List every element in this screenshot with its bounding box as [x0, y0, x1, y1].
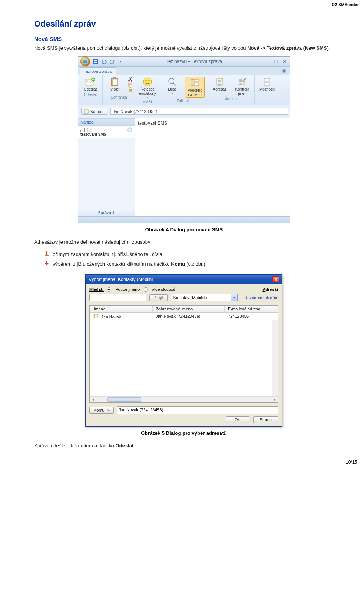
message-compose-pane: testovani SMS — [135, 118, 290, 216]
row-email: 724123456 — [225, 313, 278, 320]
preview-pane-label: Podokno náhledu — [186, 88, 204, 97]
envelope-send-icon — [85, 77, 96, 87]
scroll-left-icon[interactable]: ◄ — [90, 398, 96, 401]
radio-only-name-label: Pouze jméno — [115, 287, 140, 292]
chevron-down-icon: ▾ — [231, 294, 237, 301]
address-book-value: Kontakty (Mobilní) — [173, 295, 207, 300]
cancel-button[interactable]: Storno — [253, 416, 278, 423]
emoticon-button[interactable]: Řetězec emotikony ▾ — [138, 77, 157, 99]
send-button[interactable]: Odeslat — [80, 77, 100, 91]
col-display[interactable]: Zobrazované jméno — [153, 306, 225, 312]
scroll-right-icon[interactable]: ► — [272, 398, 278, 401]
message-body-text: testovani SMS — [138, 121, 167, 126]
zoom-button[interactable]: Lupa ▾ — [162, 77, 182, 95]
row-display: Jan Novak (724123456) — [153, 313, 225, 320]
svg-rect-38 — [46, 251, 47, 254]
intro-pre: Nová SMS je vytvářena pomocí dialogu (vi… — [34, 45, 247, 51]
bullet-item-2: výběrem z již uložených kontaktů kliknut… — [45, 260, 334, 268]
ribbon-group-schranka: Vložit Schránka — [103, 75, 135, 105]
fig4-window: ▾ Bez názvu – Textová zpráva – □ ✕ Texto… — [78, 56, 290, 223]
dialog-title: Vybrat jména: Kontakty (Mobilní) — [89, 277, 155, 282]
bullet-2-text: výběrem z již uložených kontaktů kliknut… — [53, 260, 205, 268]
magnifier-icon — [166, 77, 178, 87]
contacts-listbox: Jméno Zobrazované jméno E-mailová adresa… — [89, 305, 278, 403]
format-painter-icon[interactable] — [128, 89, 133, 94]
list-empty-area — [90, 320, 278, 396]
emoticon-label: Řetězec emotikony — [138, 87, 157, 96]
bullet-2-post: (viz obr.) — [185, 261, 205, 267]
section-title: Odesílání zpráv — [34, 19, 334, 29]
zprava-tab[interactable]: Zpráva 1 — [78, 209, 135, 216]
final-pre: Zprávu odešlete kliknutím na tlačítko — [34, 443, 116, 448]
radio-more-columns[interactable] — [144, 287, 148, 292]
bullet-item-1: přímým zadáním kontaktu, tj. příslušného… — [45, 250, 334, 259]
bullet-list: přímým zadáním kontaktu, tj. příslušného… — [45, 250, 334, 268]
undo-icon[interactable] — [101, 58, 107, 64]
dialog-close-icon[interactable]: ✕ — [272, 276, 279, 282]
address-book-button[interactable]: Adresář — [210, 77, 229, 91]
fig5-caption: Obrázek 5 Dialog pro výběr adresátů — [34, 430, 334, 436]
bullet-2-bold: Komu — [171, 261, 185, 267]
svg-point-16 — [149, 80, 150, 81]
ribbon-tab[interactable]: Textová zpráva — [80, 67, 116, 75]
preview-pane-button[interactable]: Podokno náhledu — [185, 77, 205, 98]
check-names-button[interactable]: Kontrola jmen — [232, 77, 252, 96]
horizontal-scrollbar[interactable]: ◄ ► — [90, 396, 278, 402]
status-bar — [78, 216, 290, 223]
komu-value-input[interactable]: Jan Novak (724123456) — [117, 406, 278, 414]
svg-rect-13 — [130, 91, 130, 93]
send-label: Odeslat — [84, 87, 97, 91]
envelope-small-icon — [87, 128, 92, 132]
svg-rect-7 — [113, 77, 116, 79]
redo-icon[interactable] — [109, 58, 115, 64]
message-item-title: testovani SMS — [80, 132, 132, 136]
save-icon[interactable] — [93, 58, 99, 64]
svg-point-15 — [146, 80, 147, 81]
close-icon[interactable]: ✕ — [282, 58, 287, 64]
col-email[interactable]: E-mailová adresa — [225, 306, 278, 312]
page-number: 10/15 — [346, 459, 357, 465]
radio-only-name[interactable] — [107, 287, 111, 292]
help-icon[interactable]: ◉ — [282, 68, 288, 75]
advanced-search-link[interactable]: Rozšířené hledání — [245, 295, 278, 300]
radio-more-columns-label: Více sloupců — [152, 287, 176, 292]
signal-icon — [80, 128, 85, 132]
col-name[interactable]: Jméno — [90, 306, 153, 312]
minimize-icon[interactable]: – — [264, 58, 269, 64]
clipboard-icon — [109, 77, 121, 87]
dialog-titlebar: Vybrat jména: Kontakty (Mobilní) ✕ — [86, 275, 282, 284]
go-button[interactable]: Přejít — [149, 294, 168, 301]
svg-rect-1 — [94, 60, 97, 61]
svg-line-18 — [173, 83, 176, 85]
search-input[interactable] — [89, 294, 146, 301]
attachment-icon: 🕓 — [127, 127, 132, 132]
paste-button[interactable]: Vložit — [105, 77, 125, 91]
to-button[interactable]: Komu... — [81, 108, 107, 115]
message-list-item[interactable]: 🕓 testovani SMS — [78, 126, 135, 138]
office-orb-icon[interactable] — [80, 56, 90, 66]
ok-button[interactable]: OK — [226, 416, 249, 423]
svg-point-25 — [239, 79, 242, 82]
komu-button[interactable]: Komu -> — [89, 407, 114, 414]
svg-rect-42 — [93, 314, 98, 318]
cut-icon[interactable] — [128, 77, 133, 82]
recipient-bar: Komu... Jan Novak (724123456) — [78, 105, 290, 118]
address-book-combo[interactable]: Kontakty (Mobilní) ▾ — [171, 294, 238, 301]
fig5-dialog: Vybrat jména: Kontakty (Mobilní) ✕ Hleda… — [85, 274, 282, 427]
address-book-label: Adresář — [213, 87, 226, 91]
recipient-input[interactable]: Jan Novak (724123456) — [110, 108, 288, 115]
clipboard-small-buttons — [128, 77, 133, 94]
list-row[interactable]: Jan Novak Jan Novak (724123456) 72412345… — [90, 313, 278, 320]
maximize-icon[interactable]: □ — [273, 58, 278, 64]
svg-rect-41 — [45, 265, 49, 265]
final-paragraph: Zprávu odešlete kliknutím na tlačítko Od… — [34, 442, 334, 450]
ribbon-group-vlozit: Řetězec emotikony ▾ Vložit — [135, 75, 160, 105]
fig4-caption: Obrázek 4 Dialog pro novou SMS — [34, 227, 334, 232]
vertical-scrollbar[interactable] — [272, 320, 278, 396]
svg-point-43 — [94, 315, 95, 316]
options-button[interactable]: Možnosti ▾ — [257, 77, 277, 95]
copy-icon[interactable] — [128, 83, 133, 88]
qat-chevron-down-icon[interactable]: ▾ — [118, 58, 124, 64]
scroll-thumb[interactable] — [107, 397, 141, 402]
message-body-input[interactable]: testovani SMS — [135, 118, 290, 216]
